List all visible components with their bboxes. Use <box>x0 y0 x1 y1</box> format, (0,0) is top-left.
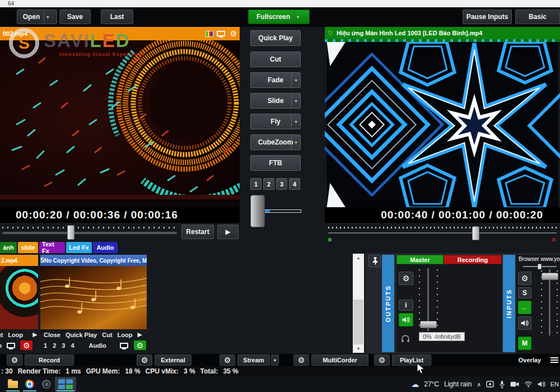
input-2-thumbnail[interactable] <box>0 266 38 329</box>
input-5-preset-1[interactable]: 1 <box>44 342 47 349</box>
headphones-icon[interactable] <box>401 334 410 343</box>
volume-icon[interactable] <box>538 381 545 388</box>
tray-language[interactable]: EN <box>550 381 559 388</box>
fade-button[interactable]: Fade▾ <box>250 72 301 88</box>
stream-button[interactable]: Stream <box>237 354 270 366</box>
playlist-button[interactable]: PlayList <box>392 354 431 366</box>
open-dropdown-icon[interactable]: ▾ <box>44 10 51 24</box>
input-5-cut-button[interactable]: Cut <box>102 332 112 338</box>
program-scrub-handle[interactable] <box>472 226 479 240</box>
last-button[interactable]: Last <box>101 10 133 24</box>
bus-assign-button[interactable]: ← <box>518 301 531 314</box>
input-5-close-button[interactable]: Close <box>44 332 60 338</box>
input-5[interactable]: 5 No Copyright Video, Copyright Free, M <box>40 255 147 352</box>
pause-inputs-button[interactable]: Pause Inputs <box>463 10 512 24</box>
stream-dropdown-icon[interactable]: ▾ <box>271 354 279 366</box>
transition-preset-4[interactable]: 4 <box>289 178 300 190</box>
master-info-button[interactable]: i <box>399 300 413 311</box>
fly-button[interactable]: Fly▾ <box>250 114 301 129</box>
heart-icon[interactable]: ♡ <box>328 30 333 37</box>
input-5-play-icon[interactable]: ▶ <box>138 331 142 338</box>
input-2-audio-button[interactable]: Audio <box>0 342 2 349</box>
input-5-preset-3[interactable]: 3 <box>62 342 65 349</box>
transition-preset-2[interactable]: 2 <box>263 178 274 190</box>
wifi-icon[interactable] <box>524 381 533 388</box>
master-settings-button[interactable]: ⚙ <box>399 272 413 285</box>
external-settings-button[interactable]: ⚙ <box>137 354 152 366</box>
taskbar-obs[interactable] <box>38 377 55 391</box>
scrollbar-up-icon[interactable]: ▲ <box>353 254 364 262</box>
mixer-input-speaker-button[interactable] <box>518 316 531 330</box>
taskbar-chrome[interactable] <box>21 377 38 391</box>
external-button[interactable]: External <box>155 354 192 366</box>
preview-scrub-handle[interactable] <box>67 225 74 240</box>
preview-play-button[interactable]: ▶ <box>217 225 239 239</box>
input-2-gear-button[interactable]: ⚙ <box>20 340 32 350</box>
record-button[interactable]: Record <box>25 354 74 366</box>
multicorder-button[interactable]: MultiCorder <box>311 354 368 366</box>
tbar-handle[interactable] <box>250 195 265 227</box>
program-video[interactable] <box>325 42 560 207</box>
microphone-icon[interactable] <box>499 380 505 389</box>
ftb-button[interactable]: FTB <box>250 155 301 171</box>
program-header[interactable]: ♡ Hiệu ứng Màn Hình Led 1003 [LED Bảo Bì… <box>325 27 560 39</box>
quick-play-button[interactable]: Quick Play <box>250 30 301 46</box>
input-5-audio-button[interactable]: Audio <box>89 342 106 349</box>
tab-slide[interactable]: slide <box>18 242 38 253</box>
tray-temperature[interactable]: 27°C <box>424 380 439 388</box>
program-scrub-track[interactable] <box>328 232 557 234</box>
cubezoom-button[interactable]: CubeZoom▾ <box>250 134 301 150</box>
input-2-header[interactable]: 2.mp4 <box>0 255 38 266</box>
tab-text-fx[interactable]: Text Fx <box>39 242 65 253</box>
input-5-header[interactable]: 5 No Copyright Video, Copyright Free, M <box>40 255 147 266</box>
record-settings-button[interactable]: ⚙ <box>7 354 22 366</box>
input-2-play-icon[interactable]: ▶ <box>32 331 37 338</box>
transition-preset-1[interactable]: 1 <box>250 178 262 190</box>
overlay-button[interactable]: Overlay <box>514 354 545 366</box>
save-button[interactable]: Save <box>59 10 91 24</box>
fly-dropdown-icon[interactable]: ▾ <box>291 114 300 129</box>
fullscreen-button[interactable]: Fullscreen ▾ <box>248 10 310 24</box>
colorbars-icon[interactable] <box>206 31 213 37</box>
camera-icon[interactable] <box>510 381 519 388</box>
preview-header[interactable]: 002.mp4 ⚙ <box>0 27 240 40</box>
restart-button[interactable]: Restart <box>181 225 214 239</box>
preview-scrub-track[interactable] <box>2 232 177 234</box>
tab-anh[interactable]: ảnh <box>0 242 17 253</box>
multicorder-settings-button[interactable]: ⚙ <box>293 354 309 366</box>
input-5-monitor-icon[interactable] <box>120 343 128 348</box>
master-fader-handle[interactable] <box>420 321 437 328</box>
input-fader-handle[interactable] <box>542 273 558 280</box>
solo-button[interactable]: S <box>518 287 531 298</box>
fullscreen-dropdown-icon[interactable]: ▾ <box>294 10 301 24</box>
input-5-quick-play-button[interactable]: Quick Play <box>66 332 97 338</box>
input-2-cut-button[interactable]: Cut <box>0 332 3 338</box>
scrollbar-down-icon[interactable]: ▼ <box>353 344 364 353</box>
input-5-thumbnail[interactable] <box>40 266 147 329</box>
input-5-loop-button[interactable]: Loop <box>118 332 133 338</box>
master-header[interactable]: Master <box>396 255 444 264</box>
tray-chevron-up-icon[interactable]: ∧ <box>477 381 480 388</box>
recording-header[interactable]: Recording <box>444 255 502 264</box>
playlist-settings-button[interactable]: ⚙ <box>374 354 390 366</box>
master-speaker-button[interactable] <box>399 313 413 326</box>
input-2-monitor-icon[interactable] <box>7 343 15 348</box>
monitor-icon[interactable] <box>217 31 225 36</box>
input-5-preset-4[interactable]: 4 <box>71 342 74 349</box>
tray-app-icon[interactable] <box>486 380 494 388</box>
basic-button[interactable]: Basic <box>515 10 560 24</box>
mixer-pin-button[interactable] <box>368 255 381 267</box>
input-5-gear-button[interactable]: ⚙ <box>134 340 146 350</box>
cut-button[interactable]: Cut <box>250 52 301 67</box>
taskbar-explorer[interactable] <box>4 377 21 391</box>
menu-hamburger-icon[interactable] <box>550 354 559 366</box>
tab-led-fx[interactable]: Led Fx <box>66 242 92 253</box>
input-5-preset-2[interactable]: 2 <box>53 342 56 349</box>
pan-slider-handle[interactable] <box>538 264 542 269</box>
input-2[interactable]: 2.mp4 Cut Loop ▶ Audio ⚙ <box>0 255 38 352</box>
scrollbar-thumb[interactable] <box>353 300 363 344</box>
stream-settings-button[interactable]: ⚙ <box>220 354 235 366</box>
inputs-scrollbar[interactable]: ▲ ▼ <box>353 254 364 353</box>
open-button[interactable]: Open ▾ <box>17 10 57 24</box>
tray-weather[interactable]: Light rain <box>444 380 472 388</box>
